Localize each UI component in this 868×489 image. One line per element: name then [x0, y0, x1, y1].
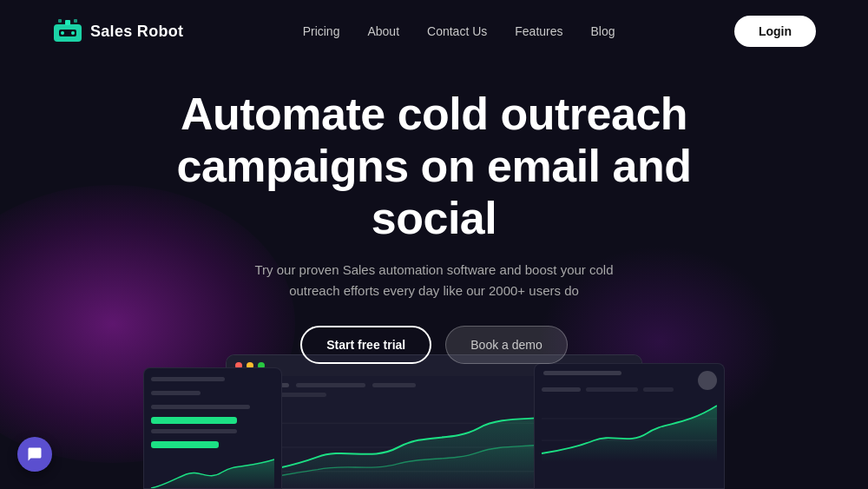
chat-icon	[27, 446, 43, 462]
mockup-right	[534, 363, 725, 489]
nav-links: Pricing About Contact Us Features Blog	[303, 23, 615, 39]
chat-bubble[interactable]	[17, 437, 52, 472]
mini-chart-left	[151, 455, 274, 489]
right-bars	[542, 387, 717, 392]
bar-row-2	[151, 429, 274, 448]
placeholder-bar	[151, 377, 225, 381]
placeholder-bar	[151, 429, 237, 433]
nav-pricing[interactable]: Pricing	[303, 24, 340, 38]
svg-rect-6	[74, 19, 77, 23]
book-demo-button[interactable]: Book a demo	[445, 326, 568, 364]
placeholder-bar	[586, 387, 638, 392]
mockup-left	[143, 367, 282, 489]
mockup-right-top	[535, 364, 724, 379]
svg-point-3	[71, 31, 75, 35]
login-button[interactable]: Login	[734, 16, 816, 47]
placeholder-bar	[372, 383, 416, 387]
hero-title: Automate cold outreach campaigns on emai…	[130, 89, 738, 244]
placeholder-bar	[151, 391, 201, 395]
placeholder-bar	[643, 387, 674, 392]
svg-point-2	[61, 31, 64, 35]
placeholder-bar	[542, 387, 581, 392]
nav-features[interactable]: Features	[515, 24, 562, 38]
svg-rect-4	[65, 20, 70, 25]
placeholder-bar	[279, 393, 326, 397]
logo-text: Sales Robot	[90, 23, 183, 41]
start-trial-button[interactable]: Start free trial	[300, 326, 431, 364]
nav-contact[interactable]: Contact Us	[427, 24, 487, 38]
svg-rect-5	[58, 19, 62, 23]
placeholder-bar	[296, 383, 365, 387]
hero-section: Automate cold outreach campaigns on emai…	[0, 63, 868, 364]
logo[interactable]: Sales Robot	[52, 19, 183, 43]
bar-row-1	[151, 405, 274, 424]
right-chart	[542, 397, 717, 462]
navbar: Sales Robot Pricing About Contact Us Fea…	[0, 0, 868, 63]
nav-about[interactable]: About	[367, 24, 399, 38]
hero-subtitle: Try our proven Sales automation software…	[243, 260, 625, 301]
hero-buttons: Start free trial Book a demo	[17, 326, 851, 364]
circle-indicator	[698, 371, 717, 390]
nav-blog[interactable]: Blog	[591, 24, 615, 38]
green-bar	[151, 417, 237, 424]
mockup-right-body	[535, 379, 724, 471]
placeholder-bar	[543, 371, 621, 375]
placeholder-bar	[151, 405, 250, 409]
green-bar	[151, 441, 219, 448]
logo-icon	[52, 19, 83, 43]
